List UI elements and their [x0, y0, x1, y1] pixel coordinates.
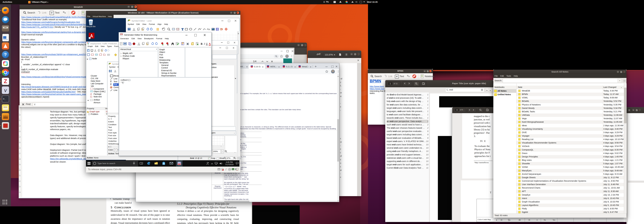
svg-text:T: T — [182, 28, 184, 31]
svg-text:U: U — [206, 42, 208, 45]
svg-text:I: I — [204, 42, 205, 45]
svg-text:MERL: MERL — [120, 34, 123, 35]
svg-text:B: B — [201, 42, 202, 45]
